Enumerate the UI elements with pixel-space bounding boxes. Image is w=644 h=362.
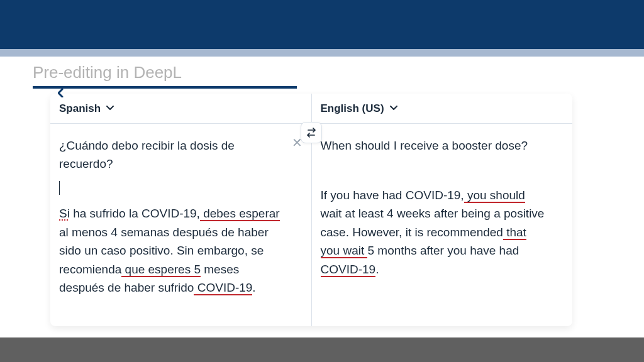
target-lang-label: English (US) [321, 102, 384, 115]
swap-languages-button[interactable] [301, 122, 322, 143]
target-text-area[interactable]: When should I receive a booster dose? If… [312, 124, 573, 326]
chevron-down-icon [106, 103, 114, 114]
slide-title: Pre-editing in DeepL [33, 63, 644, 82]
text-cursor [59, 181, 60, 195]
source-text-area[interactable]: ✕ ¿Cuándo debo recibir la dosis de recue… [50, 124, 311, 326]
presentation-subbar [0, 49, 644, 57]
source-question: ¿Cuándo debo recibir la dosis de recuerd… [59, 136, 286, 173]
source-pane: Spanish ✕ ¿Cuándo debo recibir la dosis … [50, 94, 312, 326]
slide-content: Spanish ✕ ¿Cuándo debo recibir la dosis … [0, 89, 644, 337]
slide-title-row: Pre-editing in DeepL [0, 57, 644, 89]
target-question: When should I receive a booster dose? [321, 136, 548, 155]
source-lang-selector[interactable]: Spanish [50, 94, 311, 124]
chevron-down-icon [389, 103, 398, 114]
target-paragraph: If you have had COVID-19, you should wai… [321, 186, 548, 278]
translator-card: Spanish ✕ ¿Cuándo debo recibir la dosis … [50, 94, 572, 326]
target-pane: English (US) When should I receive a boo… [312, 94, 573, 326]
source-paragraph: Si ha sufrido la COVID-19, debes esperar… [59, 204, 286, 297]
target-lang-selector[interactable]: English (US) [312, 94, 573, 124]
presentation-header [0, 0, 644, 49]
source-lang-label: Spanish [59, 102, 101, 115]
